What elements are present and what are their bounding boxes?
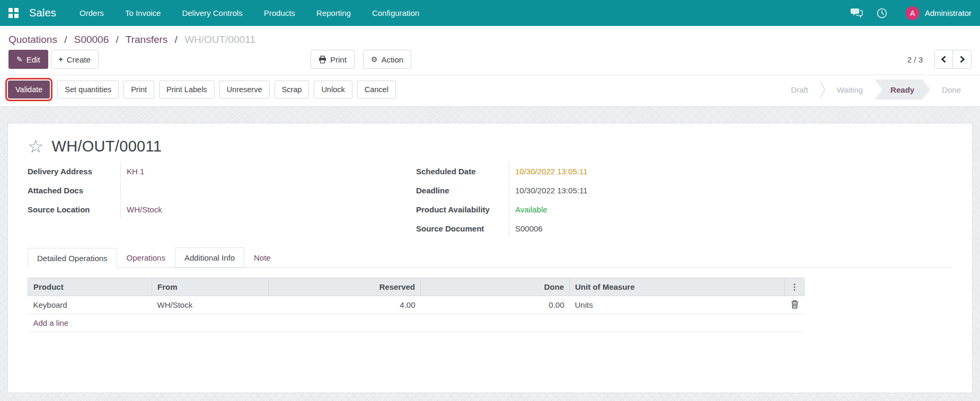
- pager-previous-button[interactable]: [935, 50, 953, 68]
- source-document-label: Source Document: [416, 220, 509, 237]
- table-header-row: Product From Reserved Done Unit of Measu…: [28, 278, 805, 296]
- validate-button[interactable]: Validate: [8, 81, 50, 99]
- breadcrumb-current: WH/OUT/00011: [184, 34, 255, 45]
- col-product: Product: [28, 278, 152, 296]
- deadline-value: 10/30/2022 13:05:11: [509, 182, 588, 199]
- source-document-value: S00006: [509, 220, 543, 237]
- tab-note[interactable]: Note: [244, 247, 280, 268]
- breadcrumb-quotations[interactable]: Quotations: [8, 34, 57, 45]
- print-statusbar-button[interactable]: Print: [123, 81, 154, 99]
- breadcrumb-separator: /: [116, 34, 119, 45]
- user-menu[interactable]: A Administrator: [906, 6, 972, 20]
- print-labels-button[interactable]: Print Labels: [159, 81, 215, 99]
- app-name[interactable]: Sales: [29, 7, 56, 19]
- record-title: WH/OUT/00011: [51, 138, 162, 155]
- breadcrumb: Quotations / S00006 / Transfers / WH/OUT…: [0, 26, 980, 48]
- product-availability-value: Available: [509, 201, 548, 218]
- breadcrumb-transfers[interactable]: Transfers: [126, 34, 168, 45]
- statusbar: Validate Set quantities Print Print Labe…: [0, 75, 980, 107]
- gear-icon: ⚙: [371, 56, 378, 63]
- cell-done: 0.00: [421, 296, 570, 314]
- breadcrumb-separator: /: [175, 34, 178, 45]
- cancel-button[interactable]: Cancel: [357, 81, 396, 99]
- avatar[interactable]: A: [906, 6, 920, 20]
- printer-icon: [319, 56, 326, 64]
- pager-next-button[interactable]: [953, 50, 971, 68]
- table-row[interactable]: Keyboard WH/Stock 4.00 0.00 Units: [28, 296, 805, 314]
- source-location-label: Source Location: [28, 201, 121, 218]
- stage-pipeline: Draft Waiting Ready Done: [779, 79, 973, 100]
- source-location-value[interactable]: WH/Stock: [121, 201, 162, 218]
- cell-from: WH/Stock: [152, 296, 269, 314]
- add-line-row: Add a line: [28, 314, 805, 332]
- pager-value[interactable]: 2 / 3: [907, 55, 923, 64]
- menu-to-invoice[interactable]: To Invoice: [114, 0, 172, 26]
- delivery-address-label: Delivery Address: [28, 163, 121, 180]
- menu-orders[interactable]: Orders: [69, 0, 114, 26]
- product-availability-label: Product Availability: [416, 201, 509, 218]
- scheduled-date-value: 10/30/2022 13:05:11: [509, 163, 588, 180]
- tab-detailed-operations[interactable]: Detailed Operations: [28, 248, 117, 268]
- stage-draft[interactable]: Draft: [779, 79, 820, 100]
- add-a-line-link[interactable]: Add a line: [33, 318, 69, 327]
- apps-grid-icon[interactable]: [8, 8, 19, 18]
- menu-delivery-controls[interactable]: Delivery Controls: [171, 0, 253, 26]
- user-name: Administrator: [925, 8, 972, 17]
- menu-configuration[interactable]: Configuration: [361, 0, 430, 26]
- stage-done[interactable]: Done: [930, 79, 973, 100]
- form-background: ☆ WH/OUT/00011 Delivery Address KH 1 Att…: [0, 107, 980, 401]
- stage-waiting[interactable]: Waiting: [825, 79, 875, 100]
- menu-products[interactable]: Products: [253, 0, 306, 26]
- action-button[interactable]: ⚙ Action: [363, 50, 411, 69]
- stage-ready[interactable]: Ready: [875, 79, 930, 100]
- control-panel: ✎ Edit + Create Print ⚙ Action 2 / 3: [0, 48, 980, 75]
- top-menu: Orders To Invoice Delivery Controls Prod…: [69, 0, 430, 26]
- optional-columns-icon[interactable]: ⋮: [790, 282, 799, 291]
- messages-icon[interactable]: [850, 8, 863, 18]
- deadline-label: Deadline: [416, 182, 509, 199]
- favorite-star-icon[interactable]: ☆: [28, 137, 43, 155]
- attached-docs-value: [121, 182, 127, 192]
- cell-reserved: 4.00: [269, 296, 421, 314]
- field-group-right: Scheduled Date 10/30/2022 13:05:11 Deadl…: [416, 163, 952, 239]
- col-from: From: [152, 278, 269, 296]
- stage-separator-icon: [820, 81, 825, 99]
- print-button[interactable]: Print: [311, 50, 355, 69]
- col-unit-of-measure: Unit of Measure: [570, 278, 785, 296]
- pager: 2 / 3: [907, 50, 972, 69]
- tab-operations[interactable]: Operations: [117, 247, 175, 268]
- scrap-button[interactable]: Scrap: [275, 81, 310, 99]
- unreserve-button[interactable]: Unreserve: [219, 81, 270, 99]
- breadcrumb-s00006[interactable]: S00006: [74, 34, 109, 45]
- unlock-button[interactable]: Unlock: [314, 81, 352, 99]
- notebook-tabs: Detailed Operations Operations Additiona…: [28, 247, 952, 268]
- set-quantities-button[interactable]: Set quantities: [57, 81, 119, 99]
- form-sheet: ☆ WH/OUT/00011 Delivery Address KH 1 Att…: [7, 123, 973, 393]
- attached-docs-label: Attached Docs: [28, 182, 121, 199]
- cell-product: Keyboard: [28, 296, 152, 314]
- plus-icon: +: [59, 56, 63, 63]
- menu-reporting[interactable]: Reporting: [306, 0, 361, 26]
- field-grid: Delivery Address KH 1 Attached Docs Sour…: [28, 163, 952, 239]
- cell-uom: Units: [570, 296, 785, 314]
- pencil-icon: ✎: [16, 56, 23, 63]
- field-group-left: Delivery Address KH 1 Attached Docs Sour…: [28, 163, 416, 239]
- col-reserved: Reserved: [269, 278, 421, 296]
- detailed-operations-table: Product From Reserved Done Unit of Measu…: [28, 278, 804, 332]
- tab-additional-info[interactable]: Additional Info: [175, 247, 244, 268]
- delete-row-icon[interactable]: [791, 301, 799, 310]
- breadcrumb-separator: /: [64, 34, 67, 45]
- create-button[interactable]: + Create: [51, 50, 99, 69]
- scheduled-date-label: Scheduled Date: [416, 163, 509, 180]
- col-done: Done: [421, 278, 570, 296]
- edit-button[interactable]: ✎ Edit: [8, 50, 48, 69]
- delivery-address-value[interactable]: KH 1: [121, 163, 144, 180]
- top-navbar: Sales Orders To Invoice Delivery Control…: [0, 0, 980, 26]
- activities-clock-icon[interactable]: [877, 8, 887, 19]
